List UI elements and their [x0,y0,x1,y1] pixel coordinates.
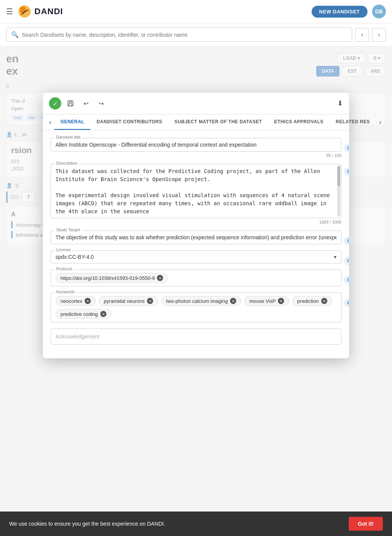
keywords-label: Keywords [55,289,76,294]
search-input-wrapper[interactable]: 🔍 [6,28,352,42]
search-icon: 🔍 [11,31,19,38]
keyword-chip-mousevisp: mouse VisP ✕ [244,296,289,306]
logo[interactable]: DANDI [18,5,63,18]
keyword-remove-mousevisp[interactable]: ✕ [278,298,284,304]
confirm-button[interactable]: ✓ [49,97,61,109]
brand-name: DANDI [34,7,63,16]
keyword-remove-predictive-coding[interactable]: ✕ [100,311,106,317]
new-dandiset-button[interactable]: NEW DANDISET [312,6,368,18]
dandiset-title-input[interactable] [56,142,336,148]
license-arrow-icon: ▾ [334,254,336,260]
description-info-button[interactable]: i [344,167,349,176]
modal-body: Dandiset title 85 / 150 i Description Th… [43,130,349,358]
protocol-value: https://doi.org/10.1038/s41593-019-0550-… [60,275,155,281]
redo-button[interactable]: ↪ [95,97,107,109]
est-button[interactable]: EST [342,66,362,77]
dandiset-title-char-count: 85 / 150 [51,153,341,158]
menu-icon[interactable]: ☰ [6,7,13,16]
bg-tag: ine [26,114,38,121]
license-wrapper: License spdx:CC-BY-4.0 ▾ [51,250,341,263]
dandiset-title-wrapper: Dandiset title [51,138,341,152]
undo-button[interactable]: ↩ [80,97,92,109]
tab-next-button[interactable]: › [376,115,384,129]
keywords-field: Keywords neocortex ✕ pyramidal neurons ✕… [51,293,341,322]
tab-contributors[interactable]: DANDISET CONTRIBUTORS [90,114,168,130]
description-field: Description This dataset was collected f… [51,164,341,224]
description-label: Description [55,161,79,165]
edit-modal: ✓ ↩ ↪ ⬇ ‹ GENERAL DANDISET CONTRIBUTORS … [43,93,349,358]
tab-prev-button[interactable]: ‹ [46,115,54,129]
description-textarea[interactable]: This dataset was collected for the Predi… [56,167,336,213]
bg-meta: 0 [6,83,386,89]
modal-toolbar: ✓ ↩ ↪ ⬇ [43,93,349,114]
cookie-banner: We use cookies to ensure you get the bes… [0,511,392,536]
keyword-remove-twophoton[interactable]: ✕ [230,298,236,304]
tab-subject-matter[interactable]: SUBJECT MATTER OF THE DATASET [168,114,268,130]
keyword-chip-twophoton: two-photon calcium imaging ✕ [161,296,241,306]
keyword-chip-predictive-coding: predictive coding ✕ [56,309,111,319]
search-next-button[interactable]: › [372,28,386,42]
protocol-label: Protocol [55,266,73,271]
save-button[interactable] [64,97,77,109]
description-scrollbar[interactable] [337,166,340,216]
search-prev-button[interactable]: ‹ [355,28,369,42]
are-button[interactable]: ARE [365,66,386,77]
acknowledgement-field: Acknowledgement [51,328,341,345]
protocol-field: Protocol https://doi.org/10.1038/s41593-… [51,270,341,286]
t-button[interactable]: T [21,192,36,203]
study-target-input[interactable] [56,234,336,240]
tab-related-res[interactable]: RELATED RES [330,114,376,130]
search-bar-container: 🔍 ‹ › [0,23,392,47]
study-target-wrapper: Study Target [51,230,341,244]
s-button[interactable]: S ▾ [368,53,386,64]
tab-ethics[interactable]: ETHICS APPROVALS [268,114,330,130]
user-avatar[interactable]: DB [372,5,386,18]
svg-point-1 [20,6,26,14]
keyword-remove-prediction[interactable]: ✕ [321,298,327,304]
search-input[interactable] [22,32,347,38]
description-scrollbar-thumb [337,166,340,186]
protocol-remove-button[interactable]: ✕ [157,275,163,281]
dandiset-title-label: Dandiset title [55,135,82,139]
keywords-container: neocortex ✕ pyramidal neurons ✕ two-phot… [56,296,336,319]
license-label: License [55,247,72,252]
keyword-chip-pyramidal: pyramidal neurons ✕ [99,296,158,306]
tab-general[interactable]: GENERAL [54,114,90,130]
modal-tabs: ‹ GENERAL DANDISET CONTRIBUTORS SUBJECT … [43,114,349,130]
keywords-wrapper: Keywords neocortex ✕ pyramidal neurons ✕… [51,293,341,322]
study-target-label: Study Target [55,227,82,232]
description-char-count: 1689 / 3000 [51,220,341,224]
acknowledgement-wrapper[interactable]: Acknowledgement [51,328,341,345]
keyword-remove-neocortex[interactable]: ✕ [85,298,91,304]
study-target-info-button[interactable]: i [344,237,349,245]
keywords-info-button[interactable]: i [344,299,349,307]
data-button[interactable]: DATA [316,66,340,77]
cookie-accept-button[interactable]: Got it! [349,517,383,531]
description-wrapper: Description This dataset was collected f… [51,164,341,218]
cookie-text: We use cookies to ensure you get the bes… [9,521,343,527]
navbar: ☰ DANDI NEW DANDISET DB [0,0,392,23]
load-button[interactable]: LOAD ▾ [337,53,365,64]
dandiset-title-field: Dandiset title 85 / 150 i [51,138,341,158]
dandi-logo-icon [18,5,31,18]
bg-title: enex [6,53,19,77]
protocol-info-button[interactable]: i [344,276,349,284]
dandiset-title-info-button[interactable]: i [344,144,349,152]
study-target-field: Study Target i [51,230,341,244]
download-button[interactable]: ⬇ [337,99,343,108]
keyword-remove-pyramidal[interactable]: ✕ [147,298,153,304]
license-select[interactable]: spdx:CC-BY-4.0 [56,254,334,260]
acknowledgement-placeholder: Acknowledgement [56,333,99,340]
bg-tag: coq [11,114,24,121]
protocol-wrapper: Protocol https://doi.org/10.1038/s41593-… [51,270,341,286]
keyword-chip-neocortex: neocortex ✕ [56,296,96,306]
license-field: License spdx:CC-BY-4.0 ▾ i [51,250,341,263]
main-content: enex LOAD ▾ S ▾ DATA EST ARE 0 This d Op… [0,47,392,257]
protocol-chip: https://doi.org/10.1038/s41593-019-0550-… [56,273,168,283]
keyword-chip-prediction: prediction ✕ [292,296,332,306]
license-info-button[interactable]: i [344,257,349,265]
